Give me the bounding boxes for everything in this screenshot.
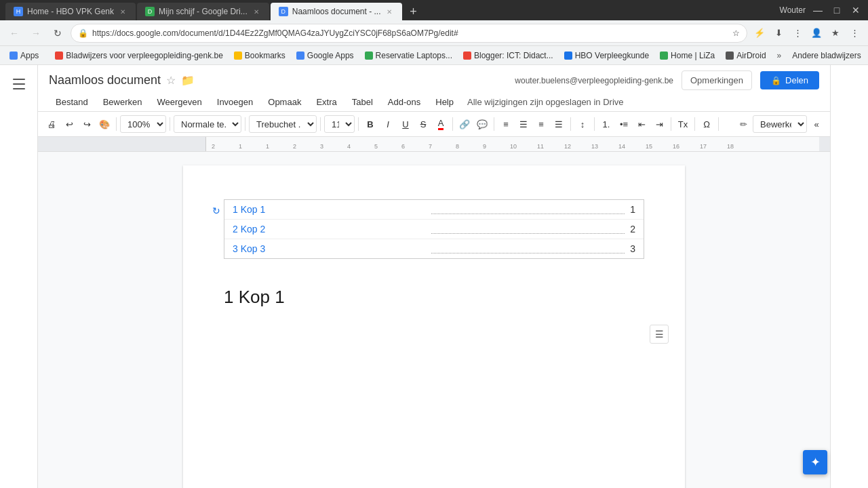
fontsize-select[interactable]: 11 [324, 115, 355, 133]
toc-entry-3-text[interactable]: 3 Kop 3 [233, 243, 426, 254]
pencil-icon[interactable]: ✏ [735, 115, 751, 134]
underline-button[interactable]: U [397, 115, 414, 134]
bookmark-bookmarks[interactable]: Bookmarks [230, 49, 290, 62]
comment-button[interactable]: 💬 [474, 115, 490, 134]
strikethrough-button[interactable]: S [415, 115, 431, 134]
justify-button[interactable]: ☰ [551, 115, 567, 134]
lock-icon: 🔒 [78, 28, 88, 38]
toc-refresh-button[interactable]: ↻ [210, 205, 222, 217]
font-select[interactable]: Trebuchet ... [249, 115, 317, 133]
zoom-select[interactable]: 100% [120, 115, 166, 133]
docs-header: Naamloos document ☆ 📁 wouter.buelens@ver… [38, 65, 830, 112]
tab-naamloos[interactable]: D Naamloos document - ... ✕ [271, 3, 403, 20]
toc-dots-1 [431, 205, 625, 214]
undo-button[interactable]: ↩ [61, 115, 77, 134]
toc-dots-2 [431, 224, 625, 234]
text-color-button[interactable]: A [433, 115, 449, 134]
decrease-indent-button[interactable]: ⇤ [633, 115, 650, 134]
document-scroll-area[interactable]: ↻ 1 Kop 1 1 2 Kop 2 2 3 [38, 152, 830, 488]
more-icon[interactable]: ⋮ [846, 25, 863, 41]
extensions-icon[interactable]: ⚡ [751, 25, 768, 41]
clear-format-button[interactable]: Tx [675, 115, 691, 134]
ruler: 2 1 1 2 3 4 5 6 7 8 9 10 11 12 13 14 15 … [38, 137, 830, 152]
back-button[interactable]: ← [5, 24, 23, 42]
line-spacing-button[interactable]: ↕ [574, 115, 591, 134]
bookmark-bladwijzers[interactable]: Bladwijzers voor verpleegopleiding-genk.… [51, 49, 226, 62]
bookmark-bookmarks-label: Bookmarks [245, 51, 285, 60]
star-icon[interactable]: ☆ [732, 28, 740, 38]
print-button[interactable]: 🖨 [43, 115, 60, 134]
bookmark-airdroid[interactable]: AirDroid [722, 49, 770, 62]
main-area: Naamloos document ☆ 📁 wouter.buelens@ver… [0, 65, 868, 488]
bullet-list-button[interactable]: •≡ [616, 115, 632, 134]
menu-opmaak[interactable]: Opmaak [261, 94, 308, 110]
toc-page-2: 2 [630, 224, 635, 235]
num-list-button[interactable]: 1. [598, 115, 614, 134]
maximize-button[interactable]: □ [830, 3, 844, 17]
menu-tabel[interactable]: Tabel [345, 94, 380, 110]
ruler-num-7: 7 [429, 143, 432, 150]
tab-naamloos-close[interactable]: ✕ [384, 7, 394, 16]
paint-format-button[interactable]: 🎨 [96, 115, 113, 134]
ruler-left-margin [38, 137, 206, 151]
new-tab-button[interactable]: + [403, 3, 422, 20]
edit-mode-select[interactable]: Bewerken [753, 115, 807, 133]
table-options-icon[interactable]: ☰ [650, 325, 669, 344]
align-center-button[interactable]: ☰ [515, 115, 532, 134]
menu-add-ons[interactable]: Add-ons [381, 94, 427, 110]
align-right-button[interactable]: ≡ [533, 115, 549, 134]
tab-home-close[interactable]: ✕ [118, 7, 127, 16]
special-char-button[interactable]: Ω [698, 115, 715, 134]
opmerkingen-button[interactable]: Opmerkingen [682, 70, 752, 90]
delen-button[interactable]: 🔒 Delen [760, 71, 819, 89]
reload-button[interactable]: ↻ [49, 24, 66, 42]
settings-icon[interactable]: ⋮ [789, 25, 806, 41]
bookmark-other[interactable]: Andere bladwijzers [788, 49, 865, 62]
menu-help[interactable]: Help [429, 94, 460, 110]
menu-bestand[interactable]: Bestand [49, 94, 95, 110]
bookmark-hbo[interactable]: HBO Verpleegkunde [560, 49, 653, 62]
italic-button[interactable]: I [380, 115, 396, 134]
docs-title-right: wouter.buelens@verpleegopleiding-genk.be… [515, 70, 819, 90]
hamburger-menu-button[interactable] [5, 70, 33, 98]
increase-indent-button[interactable]: ⇥ [651, 115, 667, 134]
menu-bewerken[interactable]: Bewerken [96, 94, 149, 110]
align-left-button[interactable]: ≡ [498, 115, 514, 134]
menu-weergeven[interactable]: Weergeven [151, 94, 209, 110]
menu-extra[interactable]: Extra [309, 94, 343, 110]
bookmark-google-apps[interactable]: Google Apps [292, 49, 358, 62]
toc-entry-2-text[interactable]: 2 Kop 2 [233, 224, 426, 235]
bold-button[interactable]: B [362, 115, 378, 134]
toc-entry-1-text[interactable]: 1 Kop 1 [233, 204, 426, 215]
bookmarks-more-button[interactable]: » [773, 49, 786, 62]
titlebar-user: Wouter [780, 5, 806, 15]
download-icon[interactable]: ⬇ [770, 25, 787, 41]
close-button[interactable]: ✕ [849, 3, 863, 17]
minimize-button[interactable]: — [811, 3, 825, 17]
document-title[interactable]: Naamloos document [49, 73, 161, 87]
collapse-toolbar-button[interactable]: « [808, 115, 825, 134]
title-star-icon[interactable]: ☆ [166, 74, 176, 87]
title-folder-icon[interactable]: 📁 [181, 74, 195, 87]
bookmark-favicon-airdroid [726, 52, 734, 60]
ruler-num-15: 15 [646, 143, 652, 150]
forward-button[interactable]: → [27, 24, 45, 42]
toolbar-sep-8 [570, 117, 571, 131]
tab-drive-close[interactable]: ✕ [252, 7, 261, 16]
menu-invoegen[interactable]: Invoegen [210, 94, 260, 110]
assistant-button[interactable]: ✦ [803, 450, 827, 474]
delen-lock-icon: 🔒 [771, 76, 781, 85]
bookmark-icon[interactable]: ★ [827, 25, 844, 41]
link-button[interactable]: 🔗 [456, 115, 473, 134]
redo-button[interactable]: ↪ [79, 115, 95, 134]
profile-icon[interactable]: 👤 [808, 25, 825, 41]
tab-drive[interactable]: D Mijn schijf - Google Dri... ✕ [137, 3, 269, 20]
bookmark-liza[interactable]: Home | LiZa [656, 49, 719, 62]
bookmark-apps[interactable]: Apps [5, 49, 43, 62]
bookmark-blogger[interactable]: Blogger: ICT: Didact... [459, 49, 557, 62]
address-bar[interactable]: 🔒 https://docs.google.com/document/d/1D4… [71, 24, 747, 43]
document-heading1[interactable]: 1 Kop 1 [224, 286, 644, 309]
style-select[interactable]: Normale te... [174, 115, 241, 133]
tab-home[interactable]: H Home - HBO VPK Genk ✕ [5, 3, 136, 20]
bookmark-reservatie[interactable]: Reservatie Laptops... [361, 49, 456, 62]
